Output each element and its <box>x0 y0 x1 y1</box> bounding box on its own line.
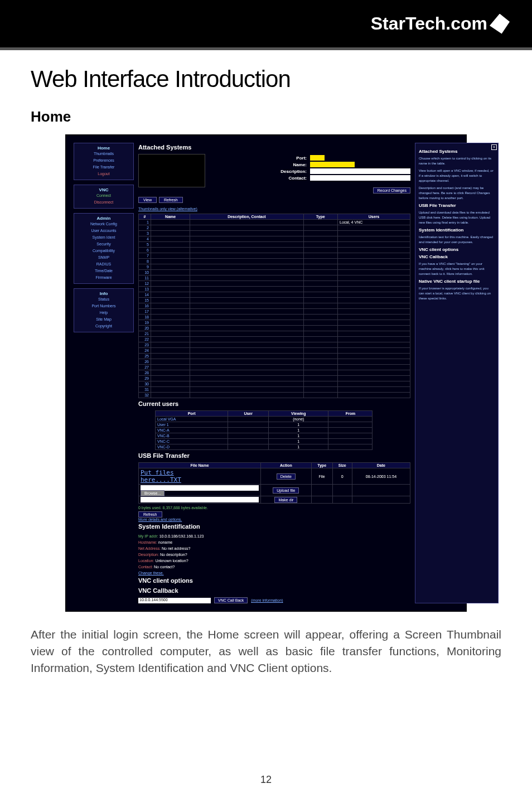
table-row[interactable]: 28 <box>139 370 410 376</box>
refresh-button[interactable]: Refresh <box>159 197 183 203</box>
table-row[interactable]: 23 <box>139 342 410 348</box>
table-row[interactable]: 4 <box>139 236 410 242</box>
description-input[interactable] <box>310 168 410 174</box>
usb-file-link[interactable]: Put fileshere....TXT <box>141 469 181 483</box>
table-row[interactable]: 19 <box>139 320 410 326</box>
change-these-link[interactable]: Change these. <box>138 571 164 575</box>
systems-table: # Name Description, Contact Type Users 1… <box>138 214 410 398</box>
logo-icon <box>490 14 510 34</box>
table-row[interactable]: 17 <box>139 309 410 315</box>
nav-home: Home Thumbnails Preferences File Transfe… <box>74 143 134 180</box>
nav-security[interactable]: Security <box>76 241 131 248</box>
table-row[interactable]: 32 <box>139 393 410 398</box>
record-changes-button[interactable]: Record Changes <box>373 187 410 194</box>
nav-vnc: VNC Connect Disconnect <box>74 185 134 209</box>
nav-firmware[interactable]: Firmware <box>76 274 131 281</box>
table-row[interactable]: 25 <box>139 354 410 359</box>
table-row: VNC-A1 <box>156 428 373 433</box>
usb-makedir-row: Make dir <box>139 496 410 504</box>
browse-button[interactable]: Browse... <box>141 490 165 496</box>
sysid-heading: System Identification <box>138 523 410 530</box>
makedir-input[interactable] <box>141 497 259 502</box>
table-row[interactable]: 5 <box>139 242 410 248</box>
sysid-block: My IP addr: 10.0.0.186/192.168.1.123 Hos… <box>138 533 410 576</box>
preview-thumbnail <box>138 154 205 187</box>
nav-connect[interactable]: Connect <box>76 192 131 199</box>
thumbnails-alt-link[interactable]: Thumbnails only view (alternative) <box>138 207 197 211</box>
table-row[interactable]: 9 <box>139 264 410 270</box>
nav-radius[interactable]: RADIUS <box>76 261 131 268</box>
table-row: Local VGA(none) <box>156 417 373 422</box>
main-panel: Attached Systems Port: Name: Description… <box>138 143 410 603</box>
vnc-callback-input[interactable]: 10.0.0.144:5500 <box>138 598 211 603</box>
table-row[interactable]: 24 <box>139 348 410 354</box>
table-row[interactable]: 10 <box>139 270 410 275</box>
table-row[interactable]: 11 <box>139 275 410 281</box>
table-row[interactable]: 1Local, 4 VNC <box>139 220 410 225</box>
upload-button[interactable]: Upload file <box>273 487 299 494</box>
table-row: VNC-B1 <box>156 433 373 439</box>
table-row[interactable]: 14 <box>139 292 410 298</box>
nav-logout[interactable]: Logout <box>76 171 131 177</box>
nav-snmp[interactable]: SNMP <box>76 254 131 261</box>
table-row[interactable]: 29 <box>139 376 410 381</box>
table-row[interactable]: 2 <box>139 225 410 231</box>
usb-more-link[interactable]: More details and options. <box>138 518 182 521</box>
table-row[interactable]: 7 <box>139 253 410 259</box>
usb-table: File Name Action Type Size Date Put file… <box>138 462 410 504</box>
table-row[interactable]: 16 <box>139 303 410 309</box>
usb-file-row: Put fileshere....TXT Delete File 0 08-14… <box>139 468 410 485</box>
section-heading: Home <box>31 108 501 125</box>
nav-thumbnails[interactable]: Thumbnails <box>76 151 131 157</box>
table-row[interactable]: 21 <box>139 331 410 337</box>
table-row[interactable]: 27 <box>139 365 410 370</box>
close-icon[interactable]: × <box>491 144 497 150</box>
table-row: VNC-D1 <box>156 444 373 450</box>
nav-file-transfer[interactable]: File Transfer <box>76 164 131 171</box>
caption-text: After the initial login screen, the Home… <box>31 626 501 676</box>
table-row: VNC-C1 <box>156 439 373 444</box>
usb-upload-row: Browse... Upload file <box>139 485 410 496</box>
delete-button[interactable]: Delete <box>277 473 296 480</box>
nav-status[interactable]: Status <box>76 296 131 303</box>
vnc-options-heading: VNC client options <box>138 577 410 584</box>
table-row[interactable]: 30 <box>139 381 410 387</box>
nav-compatibility[interactable]: Compatibility <box>76 248 131 254</box>
table-row[interactable]: 8 <box>139 259 410 264</box>
table-row[interactable]: 18 <box>139 315 410 320</box>
nav-copyright[interactable]: Copyright <box>76 323 131 330</box>
vnc-callback-button[interactable]: VNC Call Back <box>214 597 248 603</box>
nav-port-numbers[interactable]: Port Numbers <box>76 303 131 309</box>
current-users-table: Port User Viewing From Local VGA(none)Us… <box>155 410 373 450</box>
nav-user-accounts[interactable]: User Accounts <box>76 228 131 234</box>
nav-network-config[interactable]: Network Config <box>76 221 131 228</box>
vnc-callback-more-link[interactable]: (more information) <box>251 598 283 602</box>
nav-site-map[interactable]: Site Map <box>76 316 131 323</box>
bytes-status: 0 bytes used. 8,357,888 bytes available. <box>138 506 410 510</box>
name-input[interactable] <box>310 162 355 167</box>
table-row[interactable]: 6 <box>139 248 410 253</box>
table-row[interactable]: 3 <box>139 231 410 236</box>
table-row[interactable]: 15 <box>139 298 410 303</box>
usb-refresh-button[interactable]: Refresh <box>138 511 162 518</box>
makedir-button[interactable]: Make dir <box>274 497 297 503</box>
nav-admin: Admin Network Config User Accounts Syste… <box>74 213 134 284</box>
nav-time-date[interactable]: Time/Date <box>76 268 131 274</box>
vnc-callback-heading: VNC Callback <box>138 587 410 594</box>
nav-help[interactable]: Help <box>76 309 131 316</box>
table-row[interactable]: 26 <box>139 359 410 365</box>
nav-disconnect[interactable]: Disconnect <box>76 199 131 206</box>
help-sidebar: × Attached Systems Choose which system t… <box>415 143 499 603</box>
table-row[interactable]: 22 <box>139 337 410 342</box>
table-row[interactable]: 31 <box>139 387 410 393</box>
table-row[interactable]: 13 <box>139 287 410 292</box>
table-row[interactable]: 12 <box>139 281 410 287</box>
port-input[interactable] <box>310 155 325 161</box>
nav-system-ident[interactable]: System Ident <box>76 234 131 241</box>
table-row[interactable]: 20 <box>139 326 410 331</box>
view-button[interactable]: View <box>138 197 157 203</box>
contact-input[interactable] <box>310 175 410 181</box>
nav-preferences[interactable]: Preferences <box>76 157 131 164</box>
page-number: 12 <box>0 774 532 786</box>
screenshot: Home Thumbnails Preferences File Transfe… <box>65 134 467 612</box>
